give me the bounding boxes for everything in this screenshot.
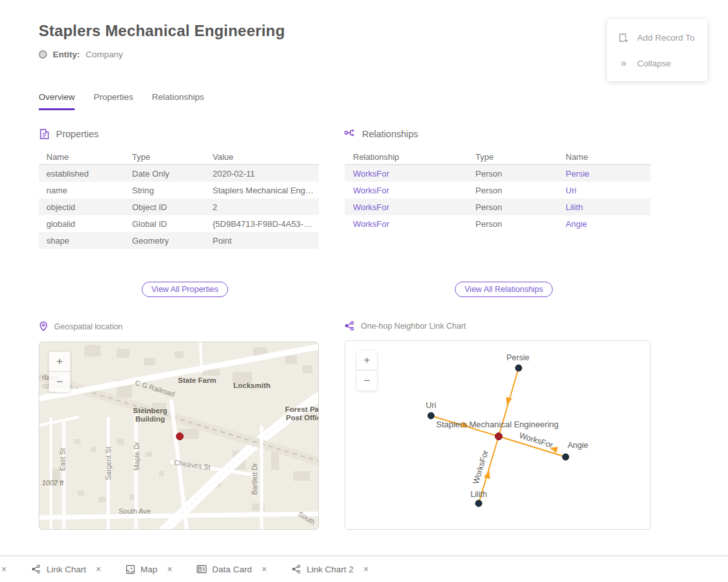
table-row: WorksFor Person Angie	[345, 215, 651, 232]
col-name: Name	[46, 152, 132, 162]
tab-overview[interactable]: Overview	[39, 92, 75, 108]
collapse-icon: »	[617, 57, 629, 69]
relationship-link[interactable]: WorksFor	[353, 202, 475, 212]
close-icon[interactable]: ×	[262, 564, 267, 574]
map-pin-icon	[39, 321, 48, 332]
node-angie[interactable]	[562, 454, 569, 460]
relationships-section-title: Relationships	[362, 129, 418, 139]
map-label: Maple Dr	[133, 441, 140, 470]
properties-table-header: Name Type Value	[39, 150, 319, 165]
menu-item-label: Collapse	[637, 59, 671, 68]
tab-relationships[interactable]: Relationships	[152, 92, 204, 108]
relationship-link[interactable]: WorksFor	[353, 186, 475, 195]
center-node-label: Staplers Mechanical Engineering	[436, 420, 559, 429]
node-label: Persie	[506, 353, 529, 362]
partial-tab-close-icon[interactable]: ×	[1, 564, 6, 574]
link-chart-icon	[291, 565, 302, 574]
map-label: Locksmith	[233, 382, 271, 389]
view-tab-label: Map	[140, 565, 157, 574]
properties-section-header: Properties	[39, 128, 99, 140]
table-row: established Date Only 2020-02-11	[39, 165, 319, 182]
view-tab-link-chart[interactable]: Link Chart ×	[31, 564, 101, 574]
relationship-link[interactable]: WorksFor	[353, 219, 475, 229]
view-tab-label: Link Chart 2	[307, 565, 354, 574]
map-zoom-out-button[interactable]: −	[49, 372, 70, 392]
tab-bar: Overview Properties Relationships	[39, 92, 204, 108]
col-relationship: Relationship	[353, 152, 475, 162]
entity-link[interactable]: Persie	[566, 169, 651, 179]
table-row: objectid Object ID 2	[39, 199, 319, 215]
node-lilith[interactable]	[475, 500, 482, 507]
map-icon	[126, 565, 135, 574]
view-all-relationships-button[interactable]: View All Relationships	[455, 282, 553, 297]
properties-icon	[39, 128, 50, 140]
relationships-table-header: Relationship Type Name	[345, 150, 651, 165]
node-label: Lilith	[470, 490, 487, 499]
node-persie[interactable]	[515, 365, 522, 371]
map-label: Steinberg	[133, 407, 167, 414]
node-label: Angie	[568, 441, 588, 450]
view-tab-map[interactable]: Map ×	[126, 564, 172, 574]
map-zoom-in-button[interactable]: +	[49, 352, 70, 372]
edge-label: WorksFor	[518, 431, 554, 450]
page-title: Staplers Mechanical Engineering	[39, 22, 285, 40]
entity-link[interactable]: Lilith	[566, 202, 651, 212]
view-tab-bar: × Link Chart × Map × Data Card ×	[0, 556, 728, 582]
geospatial-header: Geospatial location	[39, 321, 122, 332]
table-row: name String Staplers Mechanical Eng…	[39, 182, 319, 199]
entity-row: Entity: Company	[39, 50, 123, 59]
map-label: Forest Par	[285, 405, 319, 413]
edge-label: WorksFor	[472, 449, 490, 485]
chart-zoom-out-button[interactable]: −	[357, 371, 377, 391]
table-row: shape Geometry Point	[39, 232, 319, 249]
properties-table: Name Type Value established Date Only 20…	[39, 150, 319, 249]
relationship-link[interactable]: WorksFor	[353, 169, 475, 179]
col-name: Name	[566, 152, 651, 162]
close-icon[interactable]: ×	[167, 564, 172, 574]
map-scale-label: 1002 ft	[42, 479, 64, 487]
relationships-table: Relationship Type Name WorksFor Person P…	[345, 150, 651, 232]
table-row: WorksFor Person Persie	[345, 165, 651, 182]
node-uri[interactable]	[428, 412, 434, 419]
map-entity-marker[interactable]	[177, 433, 184, 440]
map-label: Building	[135, 415, 165, 423]
data-card-icon	[196, 565, 207, 574]
tab-properties[interactable]: Properties	[93, 92, 133, 108]
view-tab-data-card[interactable]: Data Card ×	[196, 564, 267, 574]
table-row: WorksFor Person Lilith	[345, 199, 651, 215]
relationships-icon	[344, 128, 356, 139]
link-chart-icon	[344, 321, 355, 331]
view-all-properties-button[interactable]: View All Properties	[142, 282, 228, 297]
entity-link[interactable]: Angie	[566, 219, 651, 229]
add-record-icon	[617, 32, 629, 43]
map-label: State Farm	[178, 376, 216, 384]
close-icon[interactable]: ×	[363, 564, 369, 574]
menu-item-label: Add Record To	[637, 33, 694, 43]
one-hop-link-chart[interactable]: + − WorksFor WorksFor	[345, 340, 651, 530]
one-hop-title: One-hop Neighbor Link Chart	[361, 322, 466, 331]
map-canvas: rbour opaedics C G Railroad East St Sarg…	[39, 342, 319, 530]
map-label: South Ave	[119, 507, 151, 515]
properties-section-title: Properties	[56, 129, 99, 139]
table-row: WorksFor Person Uri	[345, 182, 651, 199]
link-chart-canvas: WorksFor WorksFor Persie Uri Angie Lilit…	[345, 341, 650, 529]
entity-value: Company	[86, 50, 123, 59]
map-label: Post Offic	[286, 414, 319, 422]
chart-zoom-in-button[interactable]: +	[357, 351, 377, 371]
chart-zoom-control: + −	[357, 351, 377, 391]
link-chart-icon	[31, 565, 41, 574]
entity-label: Entity:	[53, 50, 80, 59]
node-center-company[interactable]	[495, 433, 503, 440]
view-tab-label: Data Card	[212, 565, 252, 574]
menu-item-add-record-to[interactable]: Add Record To	[607, 24, 707, 50]
view-tab-link-chart-2[interactable]: Link Chart 2 ×	[291, 564, 369, 574]
menu-item-collapse[interactable]: » Collapse	[607, 50, 707, 76]
relationships-section-header: Relationships	[344, 128, 418, 139]
entity-type-icon	[39, 50, 47, 59]
close-icon[interactable]: ×	[96, 564, 101, 574]
map-label: Sargent St	[104, 447, 112, 480]
entity-link[interactable]: Uri	[566, 186, 651, 195]
one-hop-header: One-hop Neighbor Link Chart	[344, 321, 466, 331]
geospatial-title: Geospatial location	[54, 322, 122, 331]
geospatial-map[interactable]: + −	[39, 342, 319, 530]
